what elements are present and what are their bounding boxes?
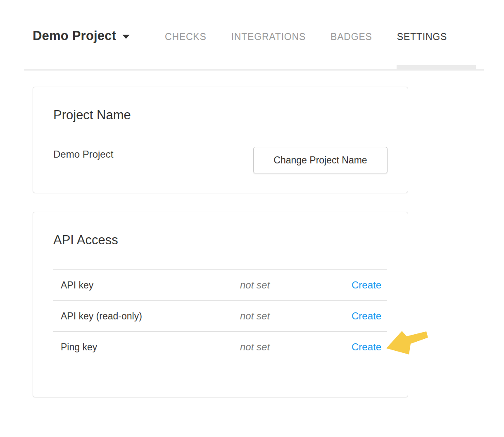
api-key-read-only-label: API key (read-only) bbox=[53, 311, 142, 322]
project-switcher[interactable]: Demo Project bbox=[33, 27, 130, 45]
ping-key-value: not set bbox=[240, 341, 270, 353]
top-nav: CHECKS INTEGRATIONS BADGES SETTINGS bbox=[165, 31, 447, 43]
api-access-card-title: API Access bbox=[53, 234, 118, 246]
change-project-name-button[interactable]: Change Project Name bbox=[253, 147, 388, 173]
table-row-ping-key: Ping key not set Create bbox=[53, 331, 387, 362]
project-name-card-title: Project Name bbox=[53, 109, 131, 121]
api-key-value: not set bbox=[240, 279, 270, 291]
api-access-table: API key not set Create API key (read-onl… bbox=[53, 269, 387, 362]
table-row-api-key: API key not set Create bbox=[53, 269, 387, 300]
project-title: Demo Project bbox=[33, 28, 116, 43]
chevron-down-icon bbox=[122, 35, 130, 39]
tab-settings[interactable]: SETTINGS bbox=[397, 31, 447, 43]
api-key-read-only-create-link[interactable]: Create bbox=[352, 310, 381, 322]
table-row-api-key-read-only: API key (read-only) not set Create bbox=[53, 300, 387, 331]
project-name-card: Project Name Demo Project Change Project… bbox=[33, 87, 408, 193]
api-key-create-link[interactable]: Create bbox=[352, 279, 381, 291]
tab-checks[interactable]: CHECKS bbox=[165, 31, 207, 43]
tab-integrations[interactable]: INTEGRATIONS bbox=[231, 31, 306, 43]
current-project-name: Demo Project bbox=[53, 149, 113, 161]
api-key-label: API key bbox=[53, 280, 93, 291]
ping-key-create-link[interactable]: Create bbox=[352, 341, 381, 353]
api-key-read-only-value: not set bbox=[240, 310, 270, 322]
ping-key-label: Ping key bbox=[53, 342, 97, 353]
header-divider bbox=[24, 69, 484, 71]
api-access-card: API Access API key not set Create API ke… bbox=[33, 212, 408, 397]
tab-badges[interactable]: BADGES bbox=[330, 31, 372, 43]
